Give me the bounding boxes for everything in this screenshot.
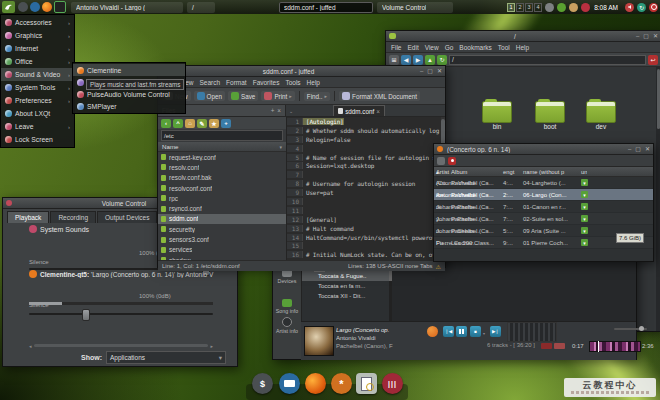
menu-favorites[interactable]: Favorites bbox=[253, 79, 280, 86]
pause-button[interactable] bbox=[456, 326, 467, 337]
sidebar-item-devices[interactable]: Devices bbox=[273, 269, 301, 284]
new-tab-icon[interactable]: ⊞ bbox=[389, 55, 399, 65]
tab-playback[interactable]: Playback bbox=[7, 211, 49, 223]
maximize-icon[interactable]: ▢ bbox=[427, 68, 433, 74]
qterminal-launcher[interactable]: $ bbox=[252, 373, 273, 394]
favorites-icon[interactable]: ★ bbox=[209, 119, 219, 128]
taskbar-clementine[interactable]: Antonio Vivaldi - Largo ( bbox=[71, 2, 183, 13]
tree-track[interactable]: Toccata en fa m... bbox=[302, 281, 392, 291]
file-row[interactable]: securetty bbox=[158, 224, 286, 234]
taskbar-juffed[interactable]: sddm.conf - juffed bbox=[279, 2, 373, 13]
playlist-column-headers[interactable]: ▴ Artist Album engt name (without p un bbox=[434, 167, 653, 177]
update-tray-icon[interactable]: ↻ bbox=[637, 3, 646, 12]
files-list[interactable]: request-key.conf resolv.conf resolv.conf… bbox=[158, 152, 286, 260]
terminal-quicklaunch[interactable] bbox=[54, 1, 66, 13]
tray-icon-security[interactable] bbox=[581, 3, 590, 12]
menu-item-graphics[interactable]: Graphics› bbox=[1, 29, 74, 42]
table-row[interactable]: ré ...Johann Pache...Pachelbel (Ca...7:.… bbox=[434, 201, 653, 213]
fm-menu-file[interactable]: File bbox=[391, 44, 401, 51]
maximize-icon[interactable]: ▢ bbox=[643, 33, 649, 39]
record-icon[interactable] bbox=[448, 157, 456, 165]
add-favorite-icon[interactable]: + bbox=[221, 119, 231, 128]
table-row[interactable]: y...Johann Pache...Pachelbel (Ca...7:...… bbox=[434, 213, 653, 225]
tree-track[interactable]: Toccata & Fugue.. bbox=[302, 271, 392, 281]
file-row[interactable]: resolvconf.conf bbox=[158, 183, 286, 193]
workspace-3[interactable]: 3 bbox=[525, 3, 533, 12]
fm-scrollbar[interactable] bbox=[656, 67, 660, 331]
filemanager-quicklaunch[interactable] bbox=[30, 2, 40, 12]
close-tab-icon[interactable]: × bbox=[376, 108, 380, 115]
stop-after-dropdown-icon[interactable]: ▾ bbox=[483, 331, 485, 336]
editor-text-area[interactable]: 1[Autologin] 2# Whether sddm should auto… bbox=[287, 117, 445, 260]
file-row[interactable]: resolv.conf bbox=[158, 162, 286, 172]
next-button[interactable]: ▶❘ bbox=[490, 326, 501, 337]
menu-help[interactable]: Help bbox=[307, 79, 320, 86]
table-row[interactable]: (Cu...Antonio VivaldiPachelbel (Ca...4:.… bbox=[434, 177, 653, 189]
clock[interactable]: 8:08 AM bbox=[594, 4, 618, 11]
file-row[interactable]: request-key.conf bbox=[158, 152, 286, 162]
fm-menu-tool[interactable]: Tool bbox=[498, 44, 510, 51]
workspace-1[interactable]: 1 bbox=[507, 3, 515, 12]
menu-item-about-lxqt[interactable]: About LXQt bbox=[1, 107, 74, 120]
tray-icon-clementine[interactable] bbox=[557, 3, 566, 12]
close-panel-icon[interactable]: × bbox=[277, 107, 281, 114]
file-row[interactable]: sensors3.conf bbox=[158, 234, 286, 244]
close-tab-icon[interactable]: ↩ bbox=[648, 55, 658, 65]
minimize-icon[interactable]: – bbox=[636, 33, 639, 39]
tab-output-devices[interactable]: Output Devices bbox=[97, 211, 157, 223]
folder-boot[interactable]: boot bbox=[527, 101, 573, 130]
fm-menu-bookmarks[interactable]: Bookmarks bbox=[459, 44, 492, 51]
forward-icon[interactable]: ▶ bbox=[413, 55, 423, 65]
col-extra[interactable]: un bbox=[579, 169, 587, 175]
minimize-icon[interactable]: – bbox=[420, 68, 423, 74]
firefox-quicklaunch[interactable] bbox=[42, 2, 52, 12]
power-button[interactable] bbox=[649, 3, 658, 12]
tray-icon-updater[interactable] bbox=[569, 3, 578, 12]
editor-titlebar[interactable]: sddm.conf - juffed – ▢ ✕ bbox=[158, 66, 445, 77]
find-button[interactable]: Find.. ▸ bbox=[304, 92, 330, 101]
up-icon[interactable]: ▲ bbox=[425, 55, 435, 65]
file-row[interactable]: rpc bbox=[158, 193, 286, 203]
menu-item-lock-screen[interactable]: Lock Screen bbox=[1, 133, 74, 146]
workspace-2[interactable]: 2 bbox=[516, 3, 524, 12]
save-button[interactable]: Save bbox=[228, 91, 258, 101]
menu-item-accessories[interactable]: Accessories› bbox=[1, 16, 74, 29]
taskbar-volume-control[interactable]: Volume Control bbox=[377, 2, 453, 13]
col-filename[interactable]: name (without p bbox=[521, 169, 579, 175]
previous-button[interactable]: ❘◀ bbox=[443, 326, 454, 337]
fm-titlebar[interactable]: / – ▢ ✕ bbox=[386, 31, 660, 42]
stop-button[interactable]: ■ bbox=[470, 326, 481, 337]
minimize-icon[interactable]: – bbox=[628, 146, 631, 152]
back-icon[interactable]: ◀ bbox=[401, 55, 411, 65]
fm-menu-go[interactable]: Go bbox=[445, 44, 454, 51]
volume-slider[interactable] bbox=[614, 328, 647, 330]
volume-tray-icon[interactable] bbox=[625, 3, 634, 12]
menu-tools[interactable]: Tools bbox=[285, 79, 300, 86]
taskbar-filemanager[interactable]: / bbox=[187, 2, 215, 13]
tab-recording[interactable]: Recording bbox=[50, 211, 96, 223]
files-path-input[interactable]: /etc bbox=[161, 130, 283, 141]
file-row[interactable]: shadow bbox=[158, 255, 286, 260]
tab-list-icon[interactable]: ⌄ bbox=[289, 108, 293, 114]
sidebar-item-song-info[interactable]: Song info bbox=[273, 299, 301, 314]
fm-menu-view[interactable]: View bbox=[425, 44, 439, 51]
close-icon[interactable]: ✕ bbox=[653, 33, 658, 39]
print-button[interactable]: Print ▸ bbox=[261, 91, 294, 101]
fm-menu-help[interactable]: Help bbox=[516, 44, 529, 51]
float-panel-icon[interactable]: + bbox=[271, 107, 275, 114]
menu-search[interactable]: Search bbox=[199, 79, 220, 86]
submenu-item-smplayer[interactable]: SMPlayer bbox=[73, 100, 185, 112]
col-length[interactable]: engt bbox=[501, 169, 521, 175]
up-icon[interactable]: ^ bbox=[173, 119, 183, 128]
love-clementine-button[interactable] bbox=[427, 326, 438, 337]
analyzer[interactable] bbox=[507, 322, 557, 342]
submenu-item-clementine[interactable]: Clementine bbox=[73, 64, 185, 76]
reload-icon[interactable]: ↻ bbox=[437, 55, 447, 65]
format-xml-button[interactable]: Format XML Document bbox=[339, 91, 420, 101]
lxqt-app-launcher[interactable]: * bbox=[331, 373, 352, 394]
show-dropdown[interactable]: Applications▾ bbox=[106, 351, 226, 364]
tray-icon-generic[interactable] bbox=[545, 3, 554, 12]
search-tool-launcher[interactable] bbox=[356, 373, 377, 394]
close-icon[interactable]: ✕ bbox=[645, 146, 650, 152]
workspace-4[interactable]: 4 bbox=[534, 3, 542, 12]
